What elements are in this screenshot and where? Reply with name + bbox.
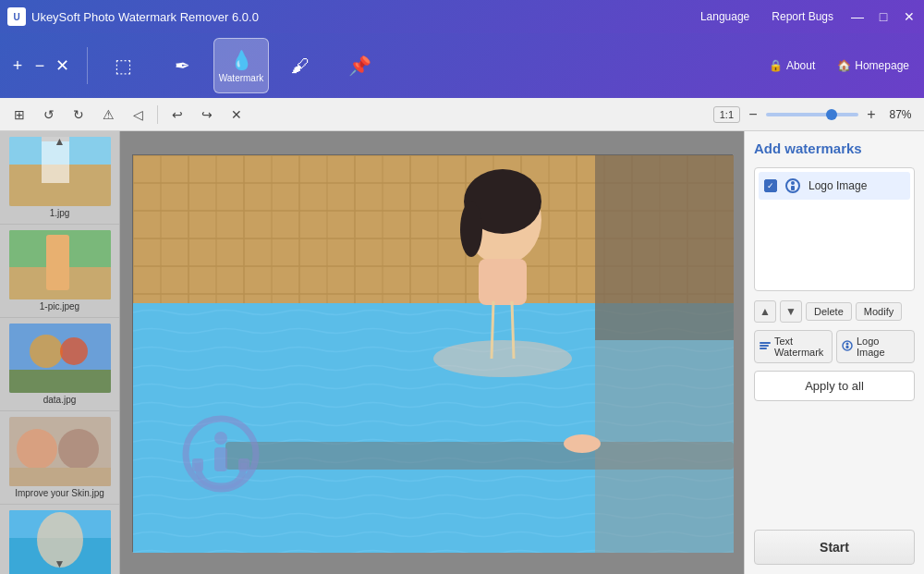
grid-btn[interactable]: ⊞ xyxy=(7,103,31,127)
svg-rect-38 xyxy=(192,458,203,471)
tool-brush[interactable]: 🖌 xyxy=(273,38,328,93)
main-content: ▲ 1.jpg xyxy=(0,131,924,574)
maximize-btn[interactable]: □ xyxy=(876,9,891,24)
add-text-watermark-btn[interactable]: Text Watermark xyxy=(754,330,833,363)
discard-btn[interactable]: ✕ xyxy=(225,103,249,127)
scroll-down-arrow[interactable]: ▼ xyxy=(55,557,66,570)
secondary-toolbar: ⊞ ↺ ↻ ⚠ ◁ ↩ ↪ ✕ 1:1 − + 87% xyxy=(0,98,924,131)
watermark-checkbox[interactable]: ✓ xyxy=(764,179,777,192)
up-arrow-icon: ▲ xyxy=(760,305,771,318)
move-up-btn[interactable]: ▲ xyxy=(754,300,776,323)
text-watermark-icon xyxy=(759,339,772,354)
homepage-btn[interactable]: 🏠 Homepage xyxy=(830,55,917,76)
svg-rect-14 xyxy=(9,468,111,486)
svg-rect-43 xyxy=(760,342,771,344)
toolbar-add-section: + − ✕ xyxy=(7,55,72,76)
toolbar-close-btn[interactable]: ✕ xyxy=(52,55,72,76)
pin-icon: 📌 xyxy=(348,55,371,77)
about-label: About xyxy=(786,59,815,72)
toolbar-right-btns: 🔒 About 🏠 Homepage xyxy=(761,55,917,76)
zoom-percent: 87% xyxy=(884,108,917,121)
toolbar-separator xyxy=(87,47,88,84)
sec-separator-1 xyxy=(157,105,158,124)
file-list-inner: 1.jpg 1-pic.jpeg xyxy=(0,131,119,574)
crop-icon: ⬚ xyxy=(115,55,132,77)
svg-point-36 xyxy=(214,432,227,445)
report-bugs-btn[interactable]: Report Bugs xyxy=(766,8,839,25)
file-thumbnail xyxy=(9,417,111,486)
move-down-btn[interactable]: ▼ xyxy=(780,300,802,323)
file-thumbnail xyxy=(9,324,111,393)
app-logo: U xyxy=(7,7,26,26)
watermark-list-item[interactable]: ✓ Logo Image xyxy=(759,172,910,200)
file-thumbnail xyxy=(9,230,111,299)
tool-crop[interactable]: ⬚ xyxy=(95,38,151,93)
svg-point-13 xyxy=(58,429,99,470)
svg-rect-44 xyxy=(760,345,769,347)
svg-rect-42 xyxy=(791,186,795,190)
list-item[interactable]: data.jpg xyxy=(0,318,119,411)
titlebar: U UkeySoft Photo Watermark Remover 6.0.0… xyxy=(0,0,924,33)
watermark-icon: 💧 xyxy=(230,49,253,71)
file-name: data.jpg xyxy=(43,395,77,405)
zoom-slider[interactable] xyxy=(766,113,858,116)
main-toolbar: + − ✕ ⬚ ✒ 💧 Watermark 🖌 📌 🔒 About 🏠 Home… xyxy=(0,33,924,98)
remove-btn[interactable]: − xyxy=(30,55,50,76)
titlebar-right: Language Report Bugs — □ ✕ xyxy=(695,8,917,25)
lock-icon: 🔒 xyxy=(769,59,783,72)
flip-btn[interactable]: ⚠ xyxy=(96,103,120,127)
svg-rect-8 xyxy=(9,370,111,393)
about-btn[interactable]: 🔒 About xyxy=(761,55,822,76)
text-watermark-label: Text Watermark xyxy=(774,336,828,358)
zoom-1to1-btn[interactable]: 1:1 xyxy=(713,106,740,123)
tool-pin[interactable]: 📌 xyxy=(332,38,387,93)
scroll-up-arrow[interactable]: ▲ xyxy=(55,135,66,148)
language-btn[interactable]: Language xyxy=(695,8,755,25)
file-name: 1.jpg xyxy=(50,208,70,218)
svg-point-31 xyxy=(433,340,572,377)
redo-btn[interactable]: ↪ xyxy=(195,103,219,127)
minimize-btn[interactable]: — xyxy=(850,9,865,24)
apply-to-all-btn[interactable]: Apply to all xyxy=(754,371,915,401)
mirror-btn[interactable]: ◁ xyxy=(126,103,150,127)
canvas-area[interactable] xyxy=(120,131,744,574)
svg-point-47 xyxy=(846,342,849,345)
add-logo-image-btn[interactable]: Logo Image xyxy=(836,330,915,363)
canvas-watermark[interactable] xyxy=(179,412,262,486)
tool-edit[interactable]: ✒ xyxy=(154,38,210,93)
rotate-right-btn[interactable]: ↻ xyxy=(67,103,91,127)
zoom-in-btn[interactable]: + xyxy=(862,105,881,124)
svg-point-29 xyxy=(460,202,482,257)
zoom-out-btn[interactable]: − xyxy=(744,105,762,124)
canvas-image xyxy=(132,154,733,552)
svg-rect-30 xyxy=(479,259,527,305)
close-btn[interactable]: ✕ xyxy=(902,9,917,24)
watermark-label: Watermark xyxy=(219,73,264,83)
list-item[interactable]: Improve your Skin.jpg xyxy=(0,411,119,505)
list-item[interactable]: 1-pic.jpeg xyxy=(0,225,119,318)
watermark-list: ✓ Logo Image xyxy=(754,167,915,291)
file-list: ▲ 1.jpg xyxy=(0,131,120,574)
logo-image-icon xyxy=(783,176,803,196)
brush-icon: 🖌 xyxy=(291,55,310,77)
undo-btn[interactable]: ↩ xyxy=(165,103,189,127)
file-name: 1-pic.jpeg xyxy=(40,301,79,311)
svg-rect-48 xyxy=(846,346,849,348)
zoom-controls: 1:1 − + 87% xyxy=(713,105,917,124)
homepage-label: Homepage xyxy=(855,59,909,72)
add-watermark-btns: Text Watermark Logo Image xyxy=(754,330,915,363)
delete-btn[interactable]: Delete xyxy=(806,302,852,321)
zoom-thumb[interactable] xyxy=(826,109,837,120)
rotate-left-btn[interactable]: ↺ xyxy=(37,103,61,127)
logo-btn-icon xyxy=(841,339,854,354)
svg-line-33 xyxy=(512,301,514,359)
list-controls: ▲ ▼ Delete Modify xyxy=(754,300,915,323)
tool-watermark[interactable]: 💧 Watermark xyxy=(213,38,269,93)
add-btn[interactable]: + xyxy=(7,55,28,76)
start-btn[interactable]: Start xyxy=(754,530,915,565)
panel-title: Add watermarks xyxy=(754,140,915,156)
svg-rect-39 xyxy=(238,458,249,471)
modify-btn[interactable]: Modify xyxy=(856,302,902,321)
svg-rect-45 xyxy=(760,348,767,349)
svg-rect-37 xyxy=(214,447,227,471)
